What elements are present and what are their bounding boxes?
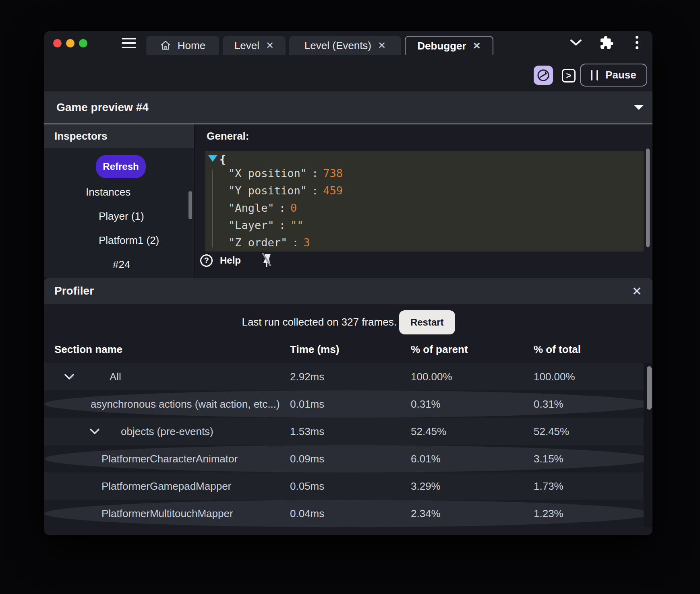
percent-parent-value: 6.01% [411,445,441,472]
close-icon[interactable]: ✕ [378,41,386,50]
restart-button[interactable]: Restart [399,310,455,334]
console-button[interactable]: > [562,69,576,82]
json-colon: : [292,236,298,249]
tab-level[interactable]: Level ✕ [223,36,286,55]
percent-total-value: 1.73% [534,472,563,500]
json-value: 3 [304,236,310,249]
debugger-toolbar: > Pause [44,55,652,91]
inspectors-panel: Inspectors Refresh Instances Player (1) … [44,124,194,278]
percent-parent-value: 2.34% [411,500,441,527]
profiler-header: Profiler ✕ [44,278,652,304]
time-value: 0.09ms [290,445,324,472]
tree-item-platform1[interactable]: Platform1 (2) [99,233,159,248]
percent-total-value: 0.31% [534,390,563,418]
profiler-panel: Profiler ✕ Last run collected on 327 fra… [44,278,652,535]
percent-total-value: 1.23% [534,500,563,527]
close-icon[interactable]: ✕ [632,278,642,304]
tab-label: Debugger [417,40,466,52]
close-icon[interactable]: ✕ [473,41,481,51]
pause-icon [591,70,598,80]
inspectors-scrollbar[interactable] [188,191,192,219]
refresh-button[interactable]: Refresh [96,155,146,178]
profiler-status-text: Last run collected on 327 frames. [242,316,396,328]
table-row-all[interactable]: All 2.92ms 100.00% 100.00% [44,363,652,390]
tree-item-instance-24[interactable]: #24 [113,257,130,272]
help-question-icon[interactable]: ? [200,254,213,267]
json-value: 738 [323,167,343,179]
json-key: "Y position" [228,184,307,197]
help-link[interactable]: Help [220,255,241,266]
section-name: PlatformerCharacterAnimator [101,445,238,472]
percent-parent-value: 100.00% [411,363,452,390]
chevron-down-icon[interactable] [570,39,582,46]
help-row: ? Help [200,252,273,268]
time-value: 0.04ms [290,500,324,527]
tree-item-player[interactable]: Player (1) [99,208,144,224]
general-scrollbar[interactable] [646,148,650,247]
json-value: 0 [290,202,297,214]
json-key: "Angle" [228,202,274,214]
profiler-toggle-button[interactable] [534,66,553,85]
time-value: 1.53ms [290,418,324,445]
percent-parent-value: 0.31% [411,390,441,418]
section-name: objects (pre-events) [121,418,213,445]
json-key: "X position" [228,167,307,179]
indent-guide [212,169,213,248]
table-row-multitouch-mapper: PlatformerMultitouchMapper 0.04ms 2.34% … [44,500,652,527]
traffic-minimize-button[interactable] [66,39,75,47]
hamburger-menu-icon[interactable] [122,38,136,48]
tab-debugger[interactable]: Debugger ✕ [405,36,493,55]
json-value: 459 [323,184,343,197]
close-icon[interactable]: ✕ [266,41,274,50]
section-name: asynchronous actions (wait action, etc..… [91,390,280,418]
general-panel: General: { "X position" : 738 "Y positio… [195,124,652,278]
section-name: All [110,363,121,390]
section-name: PlatformerGamepadMapper [101,472,231,500]
profiler-status-row: Last run collected on 327 frames. Restar… [44,304,652,340]
time-value: 0.05ms [290,472,324,500]
more-options-kebab-icon[interactable] [636,36,639,50]
json-open-brace: { [220,152,226,167]
table-row-async-actions: asynchronous actions (wait action, etc..… [44,390,652,418]
json-colon: : [312,184,318,197]
json-key: "Z order" [228,236,287,249]
app-window: Home Level ✕ Level (Events) ✕ Debugger ✕ [44,31,652,535]
expand-triangle-icon[interactable] [208,155,217,162]
traffic-close-button[interactable] [53,39,62,47]
title-bar: Home Level ✕ Level (Events) ✕ Debugger ✕ [44,31,652,55]
tab-level-events[interactable]: Level (Events) ✕ [289,36,401,55]
column-header-percent-total: % of total [534,343,581,356]
json-line-layer: "Layer" : "" [228,217,304,233]
tree-item-instances[interactable]: Instances [86,184,130,200]
extensions-puzzle-icon[interactable] [599,35,614,50]
inspectors-header: Inspectors [44,124,194,148]
game-preview-selector[interactable]: Game preview #4 [44,91,652,124]
home-icon [160,40,171,51]
chevron-down-icon[interactable] [64,373,75,380]
column-header-section-name: Section name [54,343,122,356]
time-value: 0.01ms [290,390,324,418]
json-colon: : [312,167,318,179]
percent-total-value: 52.45% [534,418,569,445]
table-scrollbar[interactable] [647,366,652,410]
pause-button[interactable]: Pause [580,64,647,87]
tab-label: Home [178,39,205,52]
json-line-x-position: "X position" : 738 [228,165,343,181]
percent-parent-value: 52.45% [411,418,446,445]
json-key: "Layer" [228,219,274,231]
tab-label: Level (Events) [304,39,371,52]
json-colon: : [279,219,286,231]
chevron-down-icon[interactable] [89,428,100,435]
tab-home[interactable]: Home [146,36,219,55]
traffic-zoom-button[interactable] [79,39,87,47]
table-row-objects-pre-events[interactable]: objects (pre-events) 1.53ms 52.45% 52.45… [44,418,652,445]
chevron-down-icon[interactable] [633,104,644,111]
json-line-z-order: "Z order" : 3 [228,235,310,250]
pause-label: Pause [605,69,636,81]
table-row-gamepad-mapper: PlatformerGamepadMapper 0.05ms 3.29% 1.7… [44,472,652,500]
section-name: PlatformerMultitouchMapper [101,500,233,527]
inspectors-title: Inspectors [54,130,108,142]
general-title: General: [207,130,249,142]
unpin-icon[interactable] [259,252,273,268]
game-preview-title: Game preview #4 [56,91,149,124]
